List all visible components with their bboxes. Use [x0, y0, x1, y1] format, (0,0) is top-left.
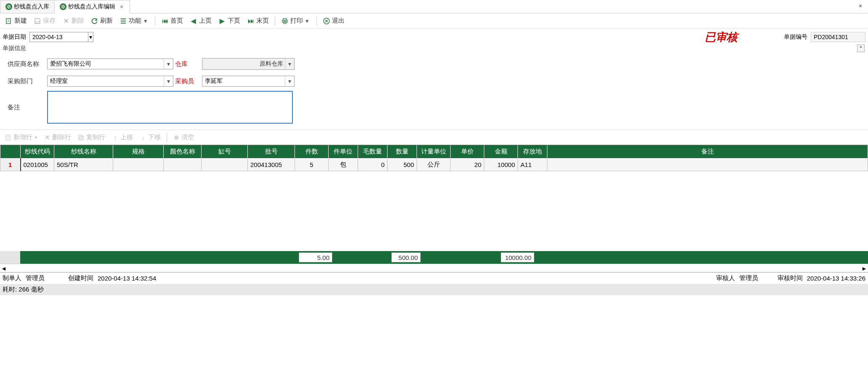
first-button[interactable]: ⏮ 首页 [159, 16, 186, 26]
chevron-down-icon: ▾ [144, 17, 149, 25]
auditor-value: 管理员 [739, 274, 758, 282]
panel-legend: 单据信息 [3, 45, 865, 54]
svg-rect-3 [36, 21, 39, 23]
menu-icon [119, 17, 127, 25]
collapse-icon[interactable]: ⌃ [857, 45, 865, 52]
separator [155, 16, 155, 26]
scroll-right-icon[interactable]: ▶ [860, 265, 868, 272]
exit-icon [323, 17, 330, 25]
svg-rect-2 [6, 19, 11, 24]
buyer-select[interactable]: ▾ [202, 76, 295, 87]
cell-price[interactable]: 20 [451, 159, 484, 171]
col-pcs[interactable]: 件数 [295, 145, 329, 159]
cell-uom[interactable]: 公斤 [417, 159, 451, 171]
col-remark[interactable]: 备注 [547, 145, 868, 159]
cell-loc[interactable]: A11 [518, 159, 547, 171]
new-button[interactable]: 新建 [3, 16, 29, 26]
cell-lot[interactable]: 200413005 [248, 159, 295, 171]
cell-remark[interactable] [547, 159, 868, 171]
col-gross[interactable]: 毛数量 [358, 145, 388, 159]
last-button[interactable]: ⏭ 末页 [244, 16, 271, 26]
maker-label: 制单人 [3, 274, 21, 282]
remark-input[interactable] [47, 91, 293, 124]
refresh-button[interactable]: 刷新 [88, 16, 115, 26]
horizontal-scrollbar[interactable]: ◀ ▶ [0, 264, 868, 272]
cell-gross[interactable]: 0 [358, 159, 388, 171]
tab-inventory[interactable]: 纱线盘点入库 [0, 0, 55, 13]
col-color[interactable]: 颜色名称 [164, 145, 202, 159]
document-header: 单据日期 ▾ 已审核 单据编号 [0, 29, 868, 44]
globe-icon [5, 3, 12, 10]
clear-icon: ⊗ [173, 134, 180, 141]
tab-inventory-edit[interactable]: 纱线盘点入库编辑 × [54, 0, 130, 13]
tab-label: 纱线盘点入库编辑 [68, 3, 115, 11]
doc-number-label: 单据编号 [784, 33, 807, 41]
close-all-icon[interactable]: × [856, 2, 865, 10]
grid-viewport[interactable] [0, 171, 868, 251]
up-icon: ↑ [112, 134, 119, 141]
copyrow-button[interactable]: 复制行 [75, 132, 108, 142]
chevron-down-icon[interactable]: ▾ [285, 76, 294, 86]
delrow-button[interactable]: ✕ 删除行 [41, 132, 74, 142]
doc-number-input [811, 32, 865, 42]
col-uom[interactable]: 计量单位 [417, 145, 451, 159]
addrow-icon [5, 134, 12, 141]
dept-select[interactable]: ▾ [47, 76, 173, 87]
movedown-button[interactable]: ↓ 下移 [137, 132, 163, 142]
scroll-left-icon[interactable]: ◀ [0, 265, 8, 272]
dept-label: 采购部门 [8, 77, 45, 85]
row-number: 1 [0, 159, 21, 171]
supplier-select[interactable]: ▾ [47, 58, 173, 69]
chevron-down-icon[interactable]: ▾ [285, 58, 294, 69]
separator [167, 133, 167, 142]
chevron-down-icon[interactable]: ▾ [88, 32, 93, 42]
cell-pcsunit[interactable]: 包 [329, 159, 358, 171]
col-qty[interactable]: 数量 [388, 145, 417, 159]
prev-button[interactable]: ◀ 上页 [187, 16, 214, 26]
col-code[interactable]: 纱线代码 [21, 145, 54, 159]
save-button[interactable]: 保存 [31, 16, 58, 26]
delete-icon: ✕ [44, 134, 50, 141]
col-vat[interactable]: 缸号 [202, 145, 248, 159]
cell-spec[interactable] [113, 159, 164, 171]
cell-vat[interactable] [202, 159, 248, 171]
cell-pcs[interactable]: 5 [295, 159, 329, 171]
col-pcsunit[interactable]: 件单位 [329, 145, 358, 159]
col-amount[interactable]: 金额 [484, 145, 518, 159]
cell-amount[interactable]: 10000 [484, 159, 518, 171]
ctime-label: 创建时间 [68, 274, 93, 282]
exit-button[interactable]: 退出 [320, 16, 347, 26]
chevron-down-icon[interactable]: ▾ [164, 76, 173, 86]
atime-value: 2020-04-13 14:33:26 [807, 275, 865, 282]
col-loc[interactable]: 存放地 [518, 145, 547, 159]
last-icon: ⏭ [247, 17, 255, 25]
func-button[interactable]: 功能 ▾ [117, 16, 151, 26]
main-toolbar: 新建 保存 ✕ 删除 刷新 功能 ▾ ⏮ 首页 ◀ 上页 ▶ 下页 ⏭ 末页 打… [0, 13, 868, 29]
doc-date-input[interactable] [29, 32, 88, 42]
delete-button[interactable]: ✕ 删除 [60, 16, 87, 26]
cell-qty[interactable]: 500 [388, 159, 417, 171]
svg-rect-8 [6, 135, 10, 140]
close-icon[interactable]: × [119, 4, 125, 10]
moveup-button[interactable]: ↑ 上移 [109, 132, 135, 142]
table-row[interactable]: 1 0201005 50S/TR 200413005 5 包 0 500 公斤 … [0, 159, 868, 171]
col-rownum[interactable] [0, 145, 21, 159]
remark-label: 备注 [8, 103, 45, 111]
print-button[interactable]: 打印 ▾ [279, 16, 313, 26]
clear-button[interactable]: ⊗ 清空 [170, 132, 196, 142]
next-button[interactable]: ▶ 下页 [216, 16, 243, 26]
warehouse-select[interactable]: 原料仓库 ▾ [202, 58, 295, 70]
col-price[interactable]: 单价 [451, 145, 484, 159]
chevron-down-icon: ▾ [305, 17, 311, 25]
sum-pcs: 5.00 [299, 252, 332, 262]
cell-name[interactable]: 50S/TR [54, 159, 113, 171]
cell-color[interactable] [164, 159, 202, 171]
print-icon [281, 17, 289, 25]
addrow-button[interactable]: 新增行 ▾ [3, 132, 40, 142]
col-spec[interactable]: 规格 [113, 145, 164, 159]
doc-info-panel: 单据信息 ⌃ 供应商名称 ▾ 仓库 原料仓库 ▾ 采购部门 ▾ 采购员 ▾ 备注 [3, 45, 865, 129]
col-lot[interactable]: 批号 [248, 145, 295, 159]
chevron-down-icon[interactable]: ▾ [164, 59, 173, 69]
col-name[interactable]: 纱线名称 [54, 145, 113, 159]
cell-code[interactable]: 0201005 [21, 159, 54, 171]
